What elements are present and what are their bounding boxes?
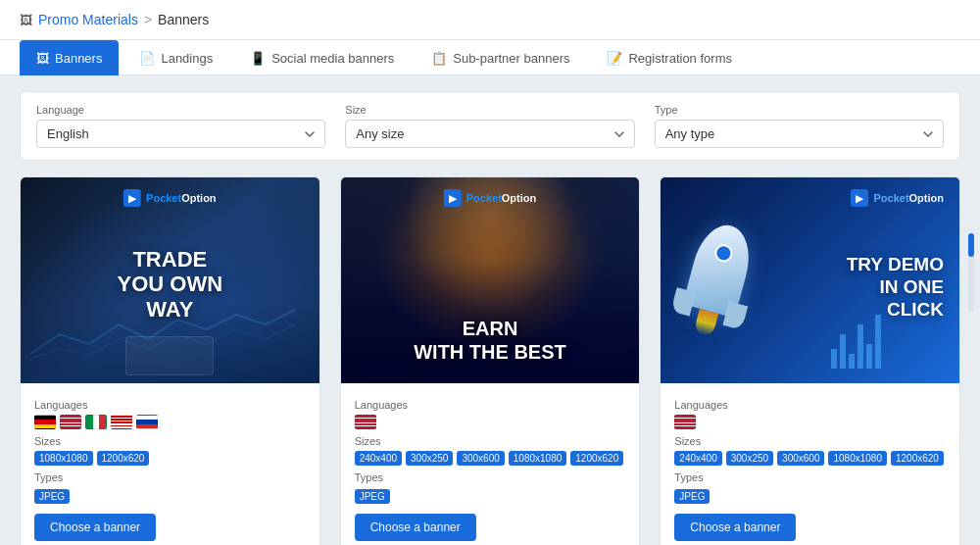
type-badge-1-1: JPEG [34,489,70,504]
landings-tab-icon: 📄 [139,51,155,66]
pocket-logo-icon-2: ▶ [444,189,462,207]
size-badge-2-2: 300x250 [406,451,453,466]
scrollbar-thumb[interactable] [968,233,974,257]
banners-tab-icon: 🖼 [36,51,49,66]
banner-3-headline: TRY DEMOIN ONECLICK [847,254,944,321]
breadcrumb-separator: > [144,12,152,27]
flag-de-1 [34,415,56,429]
registration-tab-icon: 📝 [607,51,622,66]
size-select[interactable]: Any size 240x400 300x250 300x600 1080x10… [345,120,634,148]
card-2-body: Languages Sizes 240x400 300x250 300x600 … [341,383,640,545]
size-badge-3-5: 1200x620 [891,451,944,466]
banner-card-2: ▶ PocketOption EARNWITH THE BEST Languag… [340,176,641,545]
banner-2-headline: EARNWITH THE BEST [414,317,566,364]
languages-label-1: Languages [34,399,306,411]
pocket-logo-text-2: PocketOption [466,192,537,204]
banner-card-1: ▶ PocketOption TRADEYOU OWN WAY Langu [20,176,320,545]
type-filter-label: Type [655,104,944,116]
choose-banner-button-2[interactable]: Choose a banner [355,514,476,541]
banner-card-3: ▶ PocketOption TRY DEMOIN ONECLICK Langu… [660,176,960,545]
tab-social[interactable]: 📱 Social media banners [233,40,411,75]
type-select[interactable]: Any type JPEG PNG GIF HTML5 [655,120,944,148]
flag-us-3 [674,415,696,429]
sizes-label-3: Sizes [674,435,946,447]
types-label-3: Types [674,471,946,483]
languages-label-2: Languages [355,399,626,411]
banner-image-1: ▶ PocketOption TRADEYOU OWN WAY [21,177,319,383]
breadcrumb-current: Banners [158,12,209,27]
sizes-3: 240x400 300x250 300x600 1080x1080 1200x6… [674,451,946,466]
size-badge-2-3: 300x600 [457,451,504,466]
size-badge-2-1: 240x400 [355,451,402,466]
banners-grid: ▶ PocketOption TRADEYOU OWN WAY Langu [20,176,960,545]
types-label-1: Types [34,471,306,483]
languages-label-3: Languages [674,399,946,411]
flags-1 [34,415,306,429]
size-badge-1-2: 1200x620 [97,451,150,466]
pocket-logo-text-1: PocketOption [146,192,217,204]
size-badge-3-2: 300x250 [726,451,773,466]
scrollbar-track [968,233,974,312]
sizes-label-1: Sizes [34,435,306,447]
size-badge-3-3: 300x600 [777,451,824,466]
sizes-2: 240x400 300x250 300x600 1080x1080 1200x6… [355,451,626,466]
main-content: Language English German Spanish French R… [0,75,980,545]
chart-bars-3 [831,315,881,369]
tab-registration[interactable]: 📝 Registration forms [590,40,748,75]
size-filter-label: Size [345,104,634,116]
sizes-1: 1080x1080 1200x620 [34,451,306,466]
language-filter-label: Language [36,104,325,116]
flags-3 [674,415,946,429]
card-3-body: Languages Sizes 240x400 300x250 300x600 … [661,383,959,545]
breadcrumb-icon: 🖼 [20,13,32,27]
tab-landings[interactable]: 📄 Landings [122,40,229,75]
pocket-logo-icon-1: ▶ [123,189,141,207]
language-filter-group: Language English German Spanish French R… [36,104,325,148]
flag-us-2 [355,415,376,429]
tab-banners[interactable]: 🖼 Banners [20,40,119,75]
sizes-label-2: Sizes [355,435,626,447]
size-badge-3-4: 1080x1080 [828,451,887,466]
types-label-2: Types [355,471,626,483]
breadcrumb-parent[interactable]: Promo Materials [38,12,138,27]
size-badge-3-1: 240x400 [674,451,721,466]
language-select[interactable]: English German Spanish French Russian [36,120,325,148]
filters-bar: Language English German Spanish French R… [20,91,960,161]
banner-image-2: ▶ PocketOption EARNWITH THE BEST [341,177,640,383]
size-filter-group: Size Any size 240x400 300x250 300x600 10… [345,104,634,148]
size-badge-2-4: 1080x1080 [509,451,567,466]
type-badge-2-1: JPEG [355,489,390,504]
choose-banner-button-3[interactable]: Choose a banner [674,514,796,541]
flag-it-1 [85,415,107,429]
size-badge-1-1: 1080x1080 [34,451,93,466]
size-badge-2-5: 1200x620 [570,451,623,466]
pocket-logo-text-3: PocketOption [873,192,944,204]
choose-banner-button-1[interactable]: Choose a banner [34,514,156,541]
tabs-navigation: 🖼 Banners 📄 Landings 📱 Social media bann… [0,40,980,75]
subpartner-tab-icon: 📋 [431,51,447,66]
flag-ru-1 [136,415,158,429]
pocket-logo-icon-3: ▶ [851,189,868,207]
flags-2 [355,415,626,429]
breadcrumb-bar: 🖼 Promo Materials > Banners [0,0,980,40]
type-filter-group: Type Any type JPEG PNG GIF HTML5 [655,104,944,148]
laptop-hint [125,336,214,375]
tab-subpartner[interactable]: 📋 Sub-partner banners [415,40,586,75]
flag-us-1 [60,415,81,429]
banner-image-3: ▶ PocketOption TRY DEMOIN ONECLICK [661,177,959,383]
type-badge-3-1: JPEG [674,489,710,504]
banner-1-headline: TRADEYOU OWN WAY [95,247,244,322]
card-1-body: Languages Sizes 1080x1080 1200x620 Types… [21,383,319,545]
flag-my-1 [111,415,132,429]
social-tab-icon: 📱 [250,51,266,66]
